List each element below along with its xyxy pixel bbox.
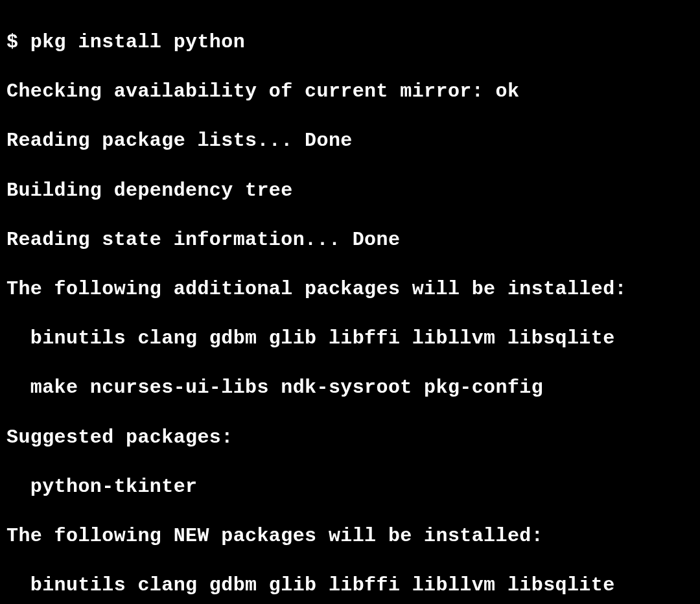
output-line: The following additional packages will b… bbox=[6, 277, 694, 301]
command-text: pkg install python bbox=[30, 31, 245, 53]
output-line: Suggested packages: bbox=[6, 425, 694, 450]
output-line: Reading state information... Done bbox=[6, 227, 694, 252]
output-line: python-tkinter bbox=[6, 474, 694, 499]
output-line: Building dependency tree bbox=[6, 178, 694, 203]
shell-prompt: $ bbox=[6, 31, 30, 53]
output-line: binutils clang gdbm glib libffi libllvm … bbox=[6, 573, 694, 598]
output-line: make ncurses-ui-libs ndk-sysroot pkg-con… bbox=[6, 375, 694, 400]
output-line: binutils clang gdbm glib libffi libllvm … bbox=[6, 326, 694, 351]
output-line: Checking availability of current mirror:… bbox=[6, 79, 694, 104]
output-line: The following NEW packages will be insta… bbox=[6, 524, 694, 548]
output-line: Reading package lists... Done bbox=[6, 128, 694, 153]
terminal-output[interactable]: $ pkg install python Checking availabili… bbox=[0, 0, 700, 604]
